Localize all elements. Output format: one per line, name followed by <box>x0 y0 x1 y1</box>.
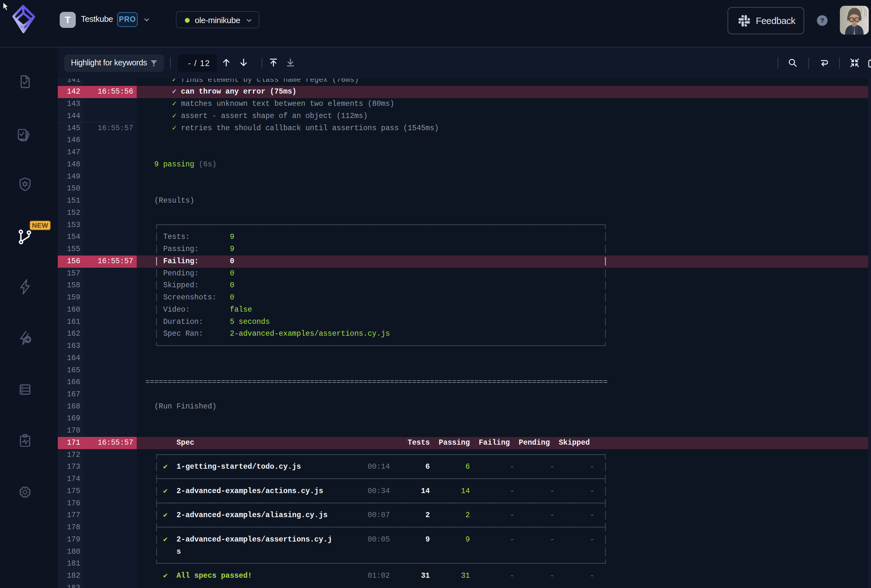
svg-text:?: ? <box>820 17 825 24</box>
